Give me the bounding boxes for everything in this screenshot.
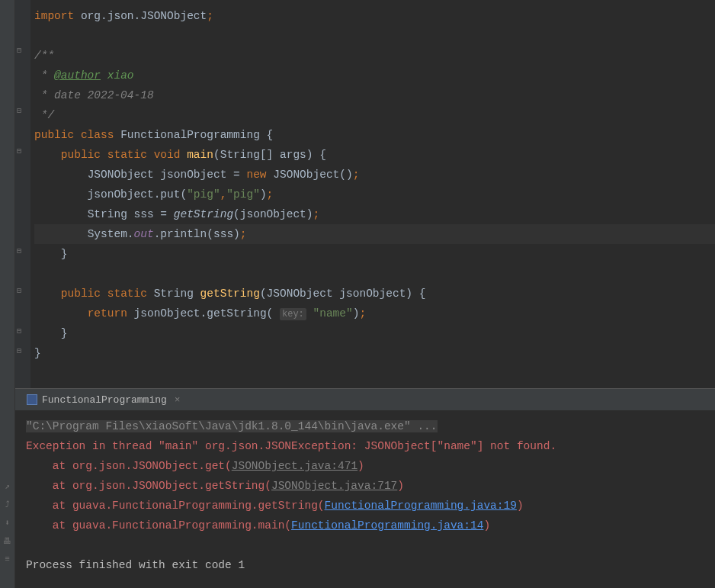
fold-end-icon[interactable]: ⊟	[17, 326, 21, 336]
stacktrace-link[interactable]: JSONObject.java:717	[271, 480, 397, 492]
console-line-trace: at org.json.JSONObject.getString(JSONObj…	[26, 476, 704, 496]
console-tab-bar: FunctionalProgramming ×	[15, 389, 715, 410]
console-line-error: Exception in thread "main" org.json.JSON…	[26, 436, 704, 456]
code-line: public static String getString(JSONObjec…	[34, 284, 715, 304]
sidebar-icon-2[interactable]: ⤴	[2, 500, 13, 510]
tab-label: FunctionalProgramming	[42, 394, 167, 406]
console-output[interactable]: "C:\Program Files\xiaoSoft\Java\jdk1.8.0…	[15, 410, 715, 588]
console-line-trace: at guava.FunctionalProgramming.getString…	[26, 496, 704, 516]
code-line: String sss = getString(jsonObject);	[34, 204, 715, 224]
code-line: /**	[34, 46, 715, 66]
code-line	[34, 264, 715, 284]
code-line: public static void main(String[] args) {	[34, 145, 715, 165]
code-line: }	[34, 343, 715, 363]
code-line	[34, 26, 715, 46]
console-line: "C:\Program Files\xiaoSoft\Java\jdk1.8.0…	[26, 416, 704, 436]
fold-icon[interactable]: ⊟	[17, 146, 21, 156]
console-line-trace: at guava.FunctionalProgramming.main(Func…	[26, 516, 704, 535]
code-line: * date 2022-04-18	[34, 85, 715, 105]
fold-icon[interactable]: ⊟	[17, 46, 21, 55]
console-line-exit: Process finished with exit code 1	[26, 555, 704, 575]
stacktrace-link[interactable]: FunctionalProgramming.java:14	[291, 519, 483, 532]
tool-sidebar: ↗ ⤴ ⬇ 🖶 ≡	[0, 0, 15, 588]
sidebar-icon-1[interactable]: ↗	[2, 481, 13, 492]
run-config-icon	[27, 394, 37, 405]
stacktrace-link[interactable]: JSONObject.java:471	[232, 460, 358, 472]
code-line: import org.json.JSONObject;	[34, 6, 715, 26]
stacktrace-link[interactable]: FunctionalProgramming.java:19	[325, 500, 517, 512]
code-line: }	[34, 244, 715, 264]
code-line: * @author xiao	[34, 66, 715, 85]
console-line	[26, 535, 704, 555]
code-line: jsonObject.put("pig","pig");	[34, 185, 715, 204]
sidebar-icon-5[interactable]: ≡	[2, 554, 13, 565]
code-content: import org.json.JSONObject; /** * @autho…	[15, 0, 715, 363]
main-area: ⊟ ⊟ ⊟ ⊟ ⊟ ⊟ ⊟ import org.json.JSONObject…	[15, 0, 715, 588]
editor-gutter[interactable]: ⊟ ⊟ ⊟ ⊟ ⊟ ⊟ ⊟	[15, 0, 30, 388]
sidebar-icon-3[interactable]: ⬇	[2, 518, 13, 529]
fold-icon[interactable]: ⊟	[17, 286, 21, 295]
sidebar-icon-4[interactable]: 🖶	[2, 536, 13, 547]
close-tab-icon[interactable]: ×	[175, 394, 181, 406]
code-editor[interactable]: ⊟ ⊟ ⊟ ⊟ ⊟ ⊟ ⊟ import org.json.JSONObject…	[15, 0, 715, 388]
code-line-current: System.out.println(sss);	[34, 224, 715, 244]
code-line: return jsonObject.getString( key: "name"…	[34, 304, 715, 323]
code-line: JSONObject jsonObject = new JSONObject()…	[34, 165, 715, 185]
run-console: FunctionalProgramming × "C:\Program File…	[15, 388, 715, 588]
fold-end-icon[interactable]: ⊟	[17, 246, 21, 255]
code-line: */	[34, 105, 715, 125]
code-line: public class FunctionalProgramming {	[34, 125, 715, 145]
fold-end-icon[interactable]: ⊟	[17, 346, 21, 355]
console-line-trace: at org.json.JSONObject.get(JSONObject.ja…	[26, 456, 704, 476]
fold-icon[interactable]: ⊟	[17, 106, 21, 115]
console-tab[interactable]: FunctionalProgramming ×	[19, 391, 188, 409]
code-line: }	[34, 323, 715, 343]
